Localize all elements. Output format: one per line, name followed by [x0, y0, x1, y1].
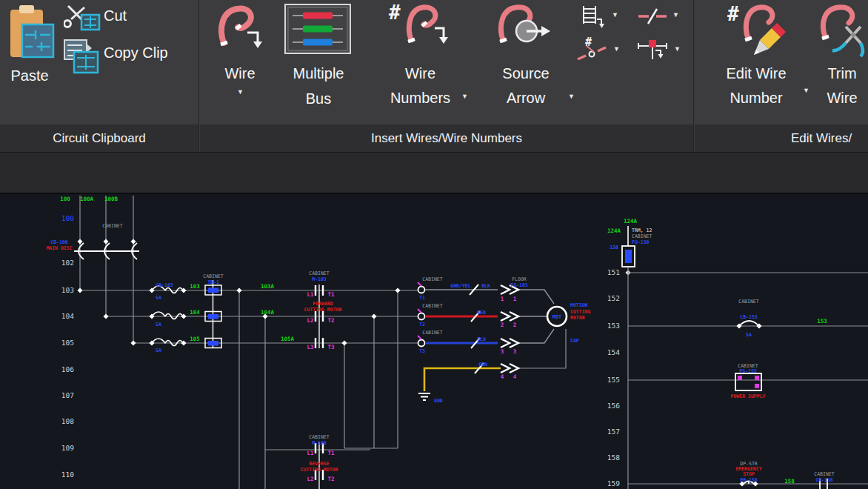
wire-numbers-dropdown-icon[interactable]: ▼ [461, 93, 468, 100]
cut-wire-button[interactable]: ▼ [635, 4, 683, 30]
svg-text:150: 150 [610, 245, 618, 250]
cut-icon [64, 3, 101, 36]
wire-button[interactable]: Wire ▼ [213, 1, 267, 122]
svg-text:5A: 5A [156, 295, 161, 301]
insert-ladder-button[interactable]: ▼ [578, 4, 622, 30]
svg-text:105A: 105A [281, 336, 295, 342]
svg-text:100: 100 [60, 196, 70, 202]
svg-text:#: # [727, 3, 739, 25]
edit-wire-number-label-2: Number [708, 90, 804, 107]
wire-type-breaks [470, 285, 484, 373]
cabinet-terminals[interactable] [418, 282, 425, 347]
wire-dropdown-icon[interactable]: ▼ [237, 89, 244, 96]
svg-text:T3: T3 [419, 348, 425, 354]
svg-text:CB-153: CB-153 [740, 314, 758, 320]
svg-text:MAIN DISC: MAIN DISC [46, 245, 72, 251]
svg-text:CABINET: CABINET [309, 270, 329, 276]
svg-text:T1: T1 [327, 291, 335, 298]
svg-text:4: 4 [501, 373, 504, 380]
left-rung-numbers: 100 102 103 104 105 106 107 108 109 110 [61, 214, 74, 479]
svg-text:PS-155: PS-155 [739, 368, 757, 374]
trim-wire-label-1: Trim [816, 65, 868, 82]
svg-text:5A: 5A [156, 322, 161, 327]
svg-text:TRM, 12: TRM, 12 [632, 227, 652, 233]
ladder-dropdown-icon[interactable]: ▼ [612, 12, 618, 19]
copy-clip-button[interactable]: Copy Clip [59, 37, 196, 74]
location-labels: CABINET CABINET CABINET CABINET CABINET … [102, 223, 834, 477]
wire-numbers-label-1: Wire [374, 65, 467, 82]
trim-wire-button[interactable]: Trim Wire [816, 1, 868, 122]
t-junction-dropdown-icon[interactable]: ▼ [674, 46, 681, 53]
wire-icon [215, 3, 267, 53]
power-supply-symbol[interactable] [735, 373, 761, 390]
multiple-bus-button[interactable]: Multiple Bus [278, 1, 359, 122]
svg-text:T2: T2 [327, 317, 334, 324]
svg-text:RED: RED [477, 310, 486, 316]
svg-text:FG-103: FG-103 [510, 282, 528, 288]
svg-text:CB-103: CB-103 [156, 282, 173, 288]
main-disconnect-symbol[interactable] [74, 239, 139, 259]
svg-text:T1: T1 [419, 295, 425, 301]
ribbon-lower-band [0, 152, 868, 194]
svg-text:100A: 100A [80, 196, 94, 202]
t-junction-icon [637, 37, 670, 65]
paste-button[interactable]: Paste [3, 2, 56, 122]
trim-wire-icon [818, 1, 868, 62]
svg-text:CABINET: CABINET [203, 273, 223, 279]
ground-symbol[interactable] [418, 393, 430, 400]
paste-icon [6, 4, 55, 67]
svg-text:BLU: BLU [477, 336, 486, 342]
svg-text:L2: L2 [307, 317, 313, 324]
svg-text:104: 104 [190, 309, 200, 316]
svg-text:3: 3 [501, 348, 504, 355]
wire-numbers-green: 100 100A 100B 103 104 105 103A 104A 105A… [60, 196, 827, 485]
svg-text:T1: T1 [327, 450, 335, 456]
branch-breaker-symbols[interactable] [149, 286, 186, 346]
svg-text:#: # [389, 1, 401, 24]
svg-text:102: 102 [61, 259, 74, 267]
t-junction-button[interactable]: ▼ [635, 36, 683, 64]
svg-text:CABINET: CABINET [738, 299, 758, 305]
cut-wire-dropdown-icon[interactable]: ▼ [672, 12, 679, 19]
source-arrow-button[interactable]: Source Arrow ▼ [485, 1, 567, 122]
svg-text:103A: 103A [261, 283, 275, 290]
source-arrow-dropdown-icon[interactable]: ▼ [568, 93, 575, 100]
svg-text:BLK: BLK [481, 283, 490, 289]
wire-label: Wire [213, 65, 267, 82]
cb153-symbol[interactable] [736, 321, 761, 329]
svg-text:158: 158 [784, 478, 795, 485]
wire-number-leader-dropdown-icon[interactable]: ▼ [613, 46, 620, 53]
svg-text:CAP: CAP [570, 338, 579, 344]
svg-text:CABINET: CABINET [422, 276, 442, 282]
svg-text:T3: T3 [327, 344, 335, 350]
panel-insert-wires: Wire ▼ Multiple [200, 0, 694, 152]
edit-wire-number-label-1: Edit Wire [708, 65, 804, 82]
wire-number-leader-button[interactable]: # ▼ [575, 36, 622, 64]
multiple-bus-label-2: Bus [278, 90, 359, 107]
field-wires[interactable] [424, 290, 554, 391]
svg-text:159: 159 [607, 479, 620, 488]
edit-wire-number-button[interactable]: # Edit Wire Number ▼ [708, 1, 804, 122]
wire-numbers-icon: # [387, 1, 454, 50]
svg-text:CABINET: CABINET [632, 233, 652, 239]
drawing-canvas[interactable]: 100 102 103 104 105 106 107 108 109 110 … [0, 194, 868, 489]
cut-label: Cut [104, 7, 127, 24]
wire-junctions [77, 270, 630, 345]
svg-text:MOTOR: MOTOR [570, 315, 585, 321]
svg-text:109: 109 [61, 444, 74, 452]
cut-wire-icon [637, 6, 668, 30]
cut-button[interactable]: Cut [62, 3, 188, 34]
svg-text:CR-158: CR-158 [815, 477, 833, 483]
panel-title-insert-wires[interactable]: Insert Wires/Wire Numbers [200, 124, 693, 152]
svg-text:T2: T2 [327, 476, 334, 482]
ribbon: Paste Cut [0, 0, 868, 152]
panel-title-circuit-clipboard[interactable]: Circuit Clipboard [0, 124, 198, 152]
edit-wire-number-dropdown-icon[interactable]: ▼ [803, 87, 809, 94]
svg-text:FU-150: FU-150 [632, 239, 650, 245]
panel-title-edit-wires[interactable]: Edit Wires/ [695, 124, 868, 152]
svg-text:5A: 5A [746, 332, 752, 338]
svg-text:TB-1: TB-1 [207, 279, 219, 285]
wire-numbers-button[interactable]: # Wire Numbers ▼ [374, 1, 467, 122]
wire-numbers-label-2: Numbers [374, 90, 467, 107]
svg-text:MOTION: MOTION [570, 302, 588, 308]
